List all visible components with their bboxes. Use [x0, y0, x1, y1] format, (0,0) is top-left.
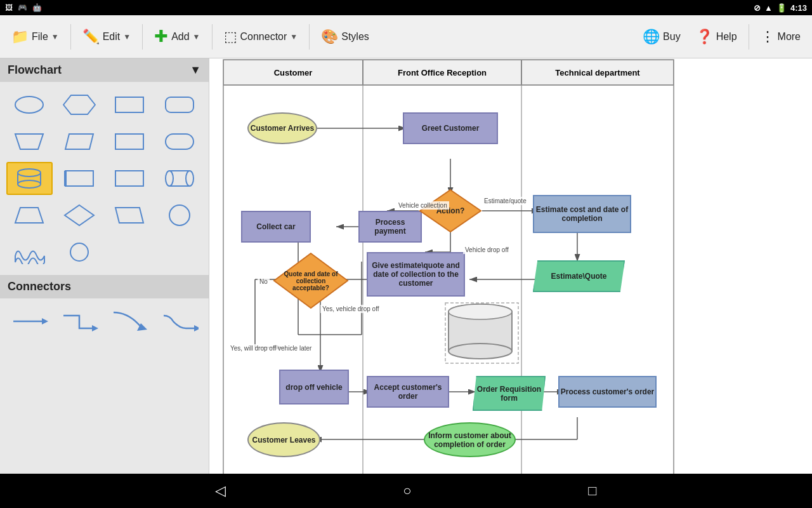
- svg-rect-14: [115, 171, 143, 186]
- edit-icon: ✏️: [82, 29, 100, 45]
- svg-marker-21: [115, 208, 143, 223]
- svg-point-64: [449, 344, 512, 359]
- add-button[interactable]: ✚ Add ▼: [148, 23, 206, 50]
- swimlane-header-customer: Customer: [223, 60, 363, 85]
- svg-marker-25: [42, 318, 48, 324]
- help-icon: ❓: [696, 29, 713, 45]
- android-icon: 🤖: [32, 3, 42, 12]
- shape-ellipse-2[interactable]: [156, 199, 202, 232]
- connector-straight[interactable]: [6, 305, 53, 338]
- node-give-estimate[interactable]: Give estimate\quote and date of collecti…: [367, 252, 465, 297]
- time-display: 4:13: [790, 3, 807, 13]
- shape-rounded-rect[interactable]: [156, 88, 202, 121]
- shape-ellipse[interactable]: [6, 88, 53, 121]
- flowchart-section-header[interactable]: Flowchart ▼: [0, 58, 209, 82]
- shape-cylinder-h[interactable]: [156, 162, 202, 195]
- node-inform-customer[interactable]: Inform customer about completion of orde…: [424, 422, 516, 457]
- shape-trapezoid-up[interactable]: [6, 199, 53, 232]
- buy-button[interactable]: 🌐 Buy: [636, 25, 687, 49]
- node-greet-customer[interactable]: Greet Customer: [403, 112, 498, 144]
- connector-icon: ⬚: [224, 29, 237, 45]
- node-accept-order[interactable]: Accept customer's order: [367, 376, 449, 408]
- edit-button[interactable]: ✏️ Edit ▼: [76, 25, 137, 49]
- canvas-area[interactable]: Customer Front Office Reception Technica…: [209, 58, 812, 474]
- shape-rounded-rect-2[interactable]: [156, 125, 202, 158]
- connectors-section-header[interactable]: Connectors: [0, 275, 209, 298]
- shape-parallelogram[interactable]: [56, 125, 103, 158]
- home-icon: ○: [403, 483, 411, 498]
- add-chevron: ▼: [193, 32, 200, 41]
- node-quote-acceptable[interactable]: Quote and date of collection acceptable?: [273, 252, 349, 309]
- recent-icon: □: [588, 483, 596, 498]
- sidebar: Flowchart ▼: [0, 58, 209, 474]
- node-collect-car[interactable]: Collect car: [241, 211, 311, 243]
- shape-rectangle-2[interactable]: [107, 125, 153, 158]
- more-button[interactable]: ⋮ More: [754, 25, 807, 49]
- separator-4: [309, 24, 310, 50]
- node-database[interactable]: [444, 303, 517, 360]
- connectors-label: Connectors: [8, 280, 71, 293]
- label-estimate-quote: Estimate/quote: [482, 197, 528, 205]
- label-vehicle-collection: Vehicle collection: [396, 201, 449, 210]
- file-chevron: ▼: [51, 32, 59, 41]
- svg-rect-3: [166, 97, 193, 112]
- add-label: Add: [171, 31, 189, 43]
- help-label: Help: [716, 31, 737, 43]
- shape-wavy[interactable]: [6, 236, 53, 269]
- node-customer-leaves[interactable]: Customer Leaves: [247, 422, 320, 457]
- battery-icon: 🔋: [776, 3, 787, 13]
- recent-button[interactable]: □: [575, 478, 609, 504]
- connectors-grid: [0, 298, 209, 344]
- bottom-nav: ◁ ○ □: [0, 474, 812, 508]
- shape-bracket-left[interactable]: [56, 162, 103, 195]
- node-estimate-quote[interactable]: Estimate\Quote: [533, 260, 625, 292]
- node-drop-off-vehicle[interactable]: drop off vehicle: [279, 370, 349, 404]
- svg-point-15: [186, 171, 193, 186]
- close-icon: ✕: [791, 453, 806, 473]
- shape-circle[interactable]: [56, 236, 103, 269]
- connector-s-curve[interactable]: [156, 305, 202, 338]
- more-label: More: [778, 31, 801, 43]
- image-icon: 🖼: [5, 3, 13, 12]
- status-right-icons: ⊘ ▲ 🔋 4:13: [754, 3, 807, 13]
- shape-parallelogram-2[interactable]: [107, 199, 153, 232]
- svg-point-8: [18, 169, 41, 177]
- svg-marker-1: [63, 95, 95, 114]
- add-icon: ✚: [154, 27, 168, 46]
- svg-point-18: [166, 171, 173, 186]
- styles-button[interactable]: 🎨 Styles: [315, 25, 376, 49]
- block-icon: ⊘: [754, 3, 761, 13]
- separator-5: [749, 24, 749, 50]
- node-order-requisition[interactable]: Order Requisition form: [473, 376, 546, 411]
- shape-trapezoid-down[interactable]: [6, 125, 53, 158]
- shape-rectangle-3[interactable]: [107, 162, 153, 195]
- close-button[interactable]: ✕: [791, 453, 806, 474]
- connector-curved[interactable]: [107, 305, 153, 338]
- svg-point-22: [169, 205, 190, 225]
- flowchart-expand-icon: ▼: [190, 64, 201, 77]
- status-bar: 🖼 🎮 🤖 ⊘ ▲ 🔋 4:13: [0, 0, 812, 15]
- separator-2: [142, 24, 143, 50]
- shape-cylinder[interactable]: [6, 162, 53, 195]
- back-icon: ◁: [215, 483, 226, 498]
- node-action[interactable]: Action?: [419, 189, 482, 233]
- connector-button[interactable]: ⬚ Connector ▼: [218, 25, 304, 49]
- back-button[interactable]: ◁: [202, 478, 239, 504]
- help-button[interactable]: ❓ Help: [690, 25, 743, 49]
- node-process-order[interactable]: Process customer's order: [558, 376, 657, 408]
- svg-point-65: [449, 304, 512, 319]
- shape-rectangle[interactable]: [107, 88, 153, 121]
- buy-icon: 🌐: [643, 29, 660, 45]
- file-button[interactable]: 📁 File ▼: [5, 25, 65, 49]
- diagram: Customer Front Office Reception Technica…: [209, 58, 755, 474]
- node-customer-arrives[interactable]: Customer Arrives: [247, 112, 317, 144]
- home-button[interactable]: ○: [390, 478, 424, 504]
- status-left-icons: 🖼 🎮 🤖: [5, 3, 42, 12]
- connector-right-down[interactable]: [56, 305, 103, 338]
- node-estimate-cost[interactable]: Estimate cost and date of completion: [533, 195, 631, 233]
- shape-hexagon[interactable]: [56, 88, 103, 121]
- shape-diamond[interactable]: [56, 199, 103, 232]
- svg-marker-28: [194, 325, 199, 331]
- node-process-payment[interactable]: Process payment: [358, 211, 422, 243]
- styles-icon: 🎨: [321, 29, 338, 45]
